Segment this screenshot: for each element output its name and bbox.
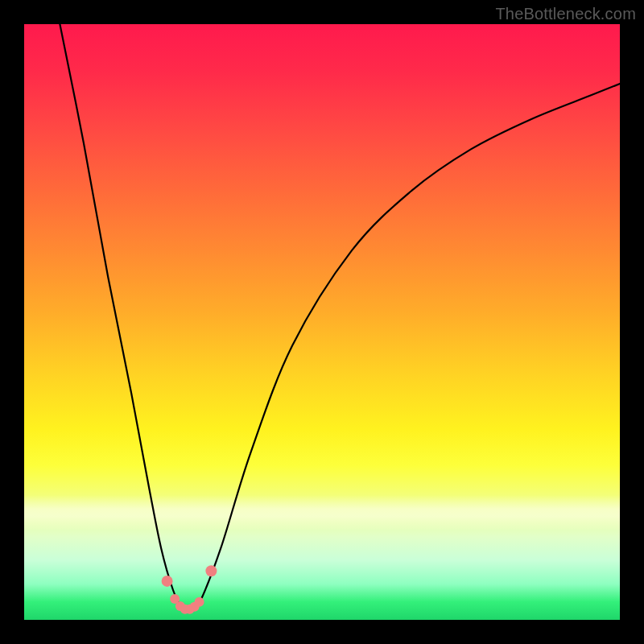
- marker-dot: [185, 605, 195, 614]
- marker-dot: [180, 605, 190, 614]
- marker-dot: [190, 602, 200, 612]
- chart-stage: TheBottleneck.com: [0, 0, 644, 644]
- watermark-text: TheBottleneck.com: [495, 5, 636, 23]
- marker-dot: [175, 601, 185, 611]
- chart-svg: [24, 24, 620, 620]
- marker-dot: [170, 594, 180, 604]
- bottleneck-curve: [60, 24, 620, 611]
- curve-layer: [60, 24, 620, 611]
- plot-area: [24, 24, 620, 620]
- pale-band: [24, 495, 620, 530]
- marker-layer: [162, 565, 217, 613]
- marker-dot: [195, 597, 204, 607]
- marker-dot: [162, 576, 173, 587]
- marker-dot: [205, 565, 217, 576]
